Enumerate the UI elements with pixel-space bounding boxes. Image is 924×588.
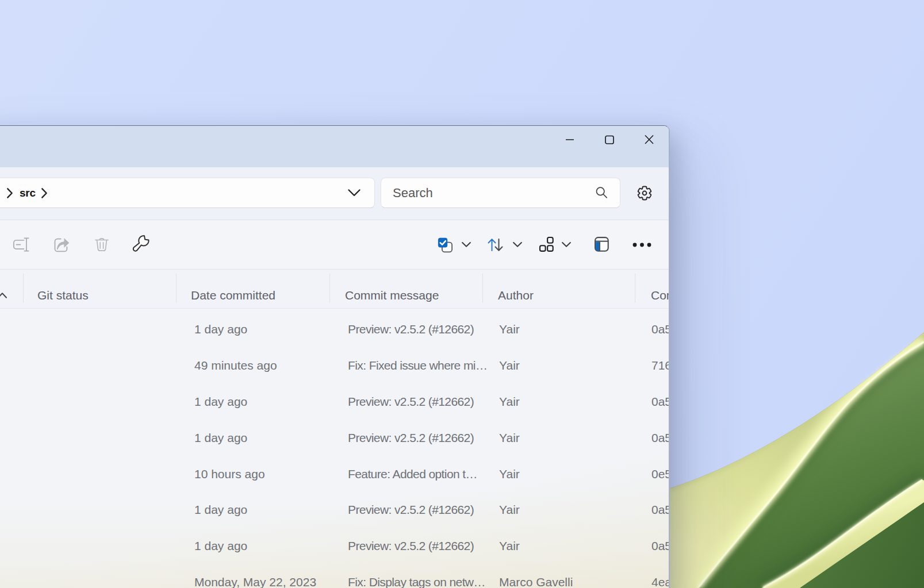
search-icon bbox=[596, 187, 608, 199]
file-row[interactable]: 49 minutes ago Fix: Fixed issue where mi… bbox=[0, 347, 669, 383]
trash-icon bbox=[95, 238, 109, 251]
cell-commit-message: Feature: Added option t… bbox=[348, 456, 489, 492]
file-row[interactable]: 1 day ago Preview: v2.5.2 (#12662) Yair … bbox=[0, 420, 669, 456]
cell-author: Yair bbox=[499, 312, 631, 348]
search-placeholder: Search bbox=[393, 186, 620, 201]
cell-author: Yair bbox=[499, 383, 631, 420]
file-list: 1 day ago Preview: v2.5.2 (#12662) Yair … bbox=[0, 309, 669, 588]
cell-date-committed: 1 day ago bbox=[194, 383, 327, 420]
file-row[interactable]: 1 day ago Preview: v2.5.2 (#12662) Yair … bbox=[0, 383, 669, 420]
ellipsis-icon bbox=[632, 243, 651, 247]
address-row: src Search bbox=[0, 167, 669, 219]
titlebar[interactable] bbox=[0, 126, 669, 167]
caption-buttons bbox=[550, 126, 669, 153]
cell-date-committed: 1 day ago bbox=[194, 528, 327, 564]
cell-commit-message: Fix: Display tags on netw… bbox=[348, 564, 489, 588]
column-header-commit-sha[interactable]: Commit sha bbox=[651, 276, 670, 314]
rename-icon bbox=[13, 237, 29, 252]
preview-pane-icon bbox=[595, 237, 609, 252]
chevron-down-icon bbox=[348, 189, 361, 197]
multiselect-dropdown[interactable] bbox=[457, 220, 476, 269]
column-separator[interactable] bbox=[23, 274, 24, 303]
column-header-date-committed[interactable]: Date committed bbox=[191, 276, 275, 314]
cell-commit-sha: 0a5 bbox=[651, 420, 669, 456]
cell-date-committed: 1 day ago bbox=[194, 312, 327, 348]
column-separator[interactable] bbox=[635, 274, 635, 303]
cell-date-committed: 10 hours ago bbox=[194, 456, 327, 492]
cell-author: Yair bbox=[499, 347, 631, 383]
cell-commit-message: Preview: v2.5.2 (#12662) bbox=[348, 312, 489, 348]
file-row[interactable]: 10 hours ago Feature: Added option t… Ya… bbox=[0, 456, 669, 492]
delete-button[interactable] bbox=[85, 220, 119, 269]
cell-commit-message: Preview: v2.5.2 (#12662) bbox=[348, 528, 489, 564]
share-icon bbox=[54, 238, 70, 252]
cell-commit-sha: 0a5 bbox=[651, 528, 669, 564]
more-options-button[interactable] bbox=[628, 220, 656, 269]
cell-date-committed: 1 day ago bbox=[194, 420, 327, 456]
multiselect-button[interactable] bbox=[434, 220, 457, 269]
repair-button[interactable] bbox=[122, 220, 158, 269]
file-row[interactable]: Monday, May 22, 2023 Fix: Display tags o… bbox=[0, 564, 669, 588]
wrench-icon bbox=[132, 235, 149, 252]
file-row[interactable]: 1 day ago Preview: v2.5.2 (#12662) Yair … bbox=[0, 312, 669, 348]
chevron-right-icon bbox=[7, 188, 13, 198]
close-icon bbox=[645, 135, 654, 144]
cell-commit-message: Preview: v2.5.2 (#12662) bbox=[348, 383, 489, 420]
sort-button[interactable] bbox=[484, 220, 507, 269]
cell-author: Yair bbox=[499, 456, 631, 492]
table-header: Git status Date committed Commit message… bbox=[0, 269, 669, 309]
cell-commit-message: Preview: v2.5.2 (#12662) bbox=[348, 492, 489, 528]
cell-commit-sha: 0e5 bbox=[651, 456, 669, 492]
cell-date-committed: Monday, May 22, 2023 bbox=[194, 564, 327, 588]
minimize-icon bbox=[565, 135, 574, 144]
cell-author: Yair bbox=[499, 420, 631, 456]
gear-icon bbox=[637, 186, 652, 201]
search-box[interactable]: Search bbox=[381, 178, 620, 208]
toolbar bbox=[0, 220, 669, 268]
cell-commit-sha: 716 bbox=[651, 347, 669, 383]
column-separator[interactable] bbox=[482, 274, 483, 303]
column-header-git-status[interactable]: Git status bbox=[37, 276, 89, 314]
rename-button[interactable] bbox=[4, 220, 39, 269]
cell-commit-sha: 0a5 bbox=[651, 492, 669, 528]
cell-commit-sha: 0a5 bbox=[651, 383, 669, 420]
group-button[interactable] bbox=[535, 220, 558, 269]
share-button[interactable] bbox=[44, 220, 79, 269]
column-separator[interactable] bbox=[176, 274, 177, 303]
chevron-down-icon bbox=[513, 242, 522, 247]
cell-author: Yair bbox=[499, 528, 631, 564]
group-icon bbox=[539, 237, 554, 251]
chevron-right-icon bbox=[41, 188, 47, 198]
column-header-author[interactable]: Author bbox=[498, 276, 534, 314]
sort-dropdown[interactable] bbox=[508, 220, 527, 269]
preview-pane-button[interactable] bbox=[589, 220, 614, 269]
cell-author: Marco Gavelli bbox=[499, 564, 631, 588]
address-history-button[interactable] bbox=[348, 178, 361, 207]
file-row[interactable]: 1 day ago Preview: v2.5.2 (#12662) Yair … bbox=[0, 492, 669, 528]
maximize-icon bbox=[605, 135, 614, 144]
sort-icon bbox=[487, 239, 503, 251]
close-button[interactable] bbox=[629, 126, 669, 153]
column-separator[interactable] bbox=[329, 274, 330, 303]
group-dropdown[interactable] bbox=[557, 220, 576, 269]
chevron-down-icon bbox=[462, 242, 471, 247]
desktop: src Search bbox=[0, 0, 924, 588]
maximize-button[interactable] bbox=[589, 126, 629, 153]
file-row[interactable]: 1 day ago Preview: v2.5.2 (#12662) Yair … bbox=[0, 528, 669, 564]
sort-ascending-icon bbox=[0, 276, 7, 314]
cell-commit-message: Preview: v2.5.2 (#12662) bbox=[348, 420, 489, 456]
files-app-window: src Search bbox=[0, 125, 670, 588]
multiselect-icon bbox=[438, 237, 453, 252]
settings-button[interactable] bbox=[631, 178, 658, 208]
cell-date-committed: 1 day ago bbox=[194, 492, 327, 528]
cell-commit-sha: 0a5 bbox=[651, 312, 669, 348]
breadcrumb-item-src[interactable]: src bbox=[20, 187, 36, 199]
column-header-commit-message[interactable]: Commit message bbox=[345, 276, 439, 314]
minimize-button[interactable] bbox=[550, 126, 589, 153]
cell-commit-sha: 4ea bbox=[651, 564, 669, 588]
cell-commit-message: Fix: Fixed issue where mi… bbox=[348, 347, 489, 383]
address-bar[interactable]: src bbox=[0, 178, 375, 208]
breadcrumb: src bbox=[0, 178, 47, 207]
cell-author: Yair bbox=[499, 492, 631, 528]
cell-date-committed: 49 minutes ago bbox=[194, 347, 327, 383]
